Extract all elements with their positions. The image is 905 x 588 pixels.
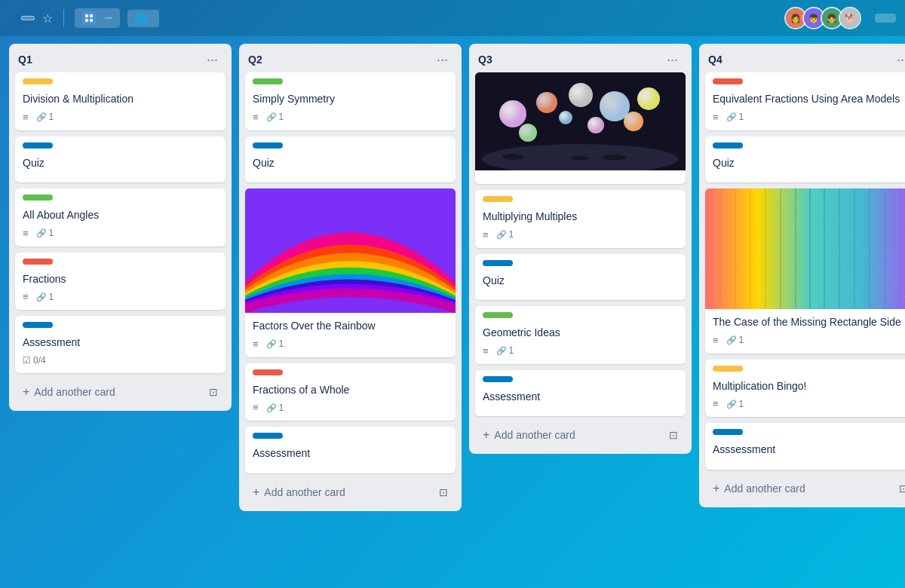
attachment-icon xyxy=(36,292,47,302)
card[interactable]: Quiz xyxy=(15,136,225,183)
attachment-icon xyxy=(496,229,507,240)
column-menu-button[interactable]: ··· xyxy=(892,51,905,68)
cards-container: Multiplying Multiples 1QuizGeometric Ide… xyxy=(469,72,692,422)
attachment-count: 1 xyxy=(266,112,284,122)
star-icon[interactable]: ☆ xyxy=(42,11,53,26)
card[interactable]: The Case of the Missing Rectangle Side 1 xyxy=(705,188,905,354)
card-meta: 1 xyxy=(713,335,905,346)
card-label xyxy=(23,322,53,328)
card[interactable]: All About Angles 1 xyxy=(15,188,225,247)
card[interactable]: Assessment xyxy=(245,427,456,473)
workspace-icon xyxy=(82,11,96,25)
archive-icon[interactable]: ⊡ xyxy=(209,386,218,398)
globe-icon: 🌐 xyxy=(135,13,147,24)
svg-point-16 xyxy=(502,154,523,160)
column-header: Q1··· xyxy=(9,44,232,72)
description-icon xyxy=(483,229,489,240)
card[interactable]: Geometric Ideas 1 xyxy=(475,306,686,364)
attachment-icon xyxy=(726,399,737,409)
card[interactable]: Quiz xyxy=(475,254,686,301)
card-title: Assessment xyxy=(253,446,448,461)
attachment-icon xyxy=(266,403,277,413)
attachment-count: 1 xyxy=(496,345,514,356)
add-card-label: Add another card xyxy=(724,482,805,495)
cards-container: Simply Symmetry 1Quiz Factors Over the R… xyxy=(239,72,462,479)
card-meta: 1 xyxy=(713,398,905,409)
card-title: Factors Over the Rainbow xyxy=(253,319,448,334)
card-body: Division & Multiplication 1 xyxy=(15,72,225,130)
card[interactable]: Multiplying Multiples 1 xyxy=(475,190,686,248)
column-q2: Q2···Simply Symmetry 1Quiz Factors Over … xyxy=(239,44,462,511)
attachment-icon xyxy=(266,338,277,349)
card[interactable]: Fractions 1 xyxy=(15,253,225,311)
card[interactable]: Equivalent Fractions Using Area Models 1 xyxy=(705,72,905,130)
board: Q1···Division & Multiplication 1QuizAll … xyxy=(0,36,905,588)
attachment-icon xyxy=(266,112,277,122)
card-image-corridor xyxy=(705,188,905,309)
column-header: Q2··· xyxy=(239,44,462,72)
add-card-label: Add another card xyxy=(34,386,115,398)
add-card-button[interactable]: +Add another card⊡ xyxy=(475,422,686,448)
card-body: The Case of the Missing Rectangle Side 1 xyxy=(705,309,905,354)
description-icon xyxy=(483,345,489,357)
attachment-count: 1 xyxy=(266,403,284,413)
attachment-icon xyxy=(36,228,47,238)
add-card-button[interactable]: +Add another card⊡ xyxy=(15,379,225,405)
card-title: Geometric Ideas xyxy=(483,326,678,341)
add-card-label: Add another card xyxy=(494,429,575,441)
workspace-button[interactable] xyxy=(75,8,120,28)
column-menu-button[interactable]: ··· xyxy=(432,51,452,68)
add-card-button[interactable]: +Add another card⊡ xyxy=(245,479,456,505)
column-menu-button[interactable]: ··· xyxy=(662,51,683,68)
attachment-count: 1 xyxy=(36,228,54,238)
archive-icon[interactable]: ⊡ xyxy=(899,482,905,495)
visibility-button[interactable]: 🌐 xyxy=(127,10,159,27)
card[interactable]: Assessment 0/4 xyxy=(15,316,225,373)
attachment-count: 1 xyxy=(726,112,744,122)
card-body: Geometric Ideas 1 xyxy=(475,306,686,364)
card-meta: 1 xyxy=(713,112,905,123)
cards-container: Division & Multiplication 1QuizAll About… xyxy=(9,72,232,379)
header-divider xyxy=(63,9,64,27)
card-body: Fractions of a Whole 1 xyxy=(245,363,456,421)
attachment-icon xyxy=(726,112,737,122)
card[interactable]: Factors Over the Rainbow 1 xyxy=(245,188,456,357)
card-body xyxy=(475,170,686,184)
card[interactable] xyxy=(475,72,686,184)
card[interactable]: Multiplication Bingo! 1 xyxy=(705,360,905,418)
card[interactable]: Division & Multiplication 1 xyxy=(15,72,225,130)
card[interactable]: Fractions of a Whole 1 xyxy=(245,363,456,421)
card[interactable]: Assessment xyxy=(475,370,686,417)
attachment-count: 1 xyxy=(726,335,744,345)
archive-icon[interactable]: ⊡ xyxy=(439,486,448,498)
card-meta: 1 xyxy=(253,402,448,413)
add-card-button[interactable]: +Add another card⊡ xyxy=(705,476,905,501)
column-header: Q3··· xyxy=(469,44,692,72)
description-icon xyxy=(713,335,719,346)
description-icon xyxy=(713,398,719,409)
card[interactable]: Quiz xyxy=(705,136,905,183)
card-title: Quiz xyxy=(483,274,678,289)
plus-icon: + xyxy=(483,428,489,442)
card-body: Simply Symmetry 1 xyxy=(245,72,456,130)
svg-point-9 xyxy=(569,83,593,107)
card-body: Quiz xyxy=(475,254,686,301)
invite-button[interactable] xyxy=(875,14,896,23)
card[interactable]: Quiz xyxy=(245,136,456,183)
card-title: Quiz xyxy=(253,156,448,171)
card-meta: 1 xyxy=(23,291,218,302)
attachment-icon xyxy=(726,335,737,345)
card-image-rainbow xyxy=(245,188,456,313)
avatar[interactable]: 🐕 xyxy=(839,7,861,29)
column-title: Q1 xyxy=(18,54,32,66)
column-menu-button[interactable]: ··· xyxy=(202,51,222,68)
plus-icon: + xyxy=(253,485,259,499)
archive-icon[interactable]: ⊡ xyxy=(669,429,678,441)
plus-icon: + xyxy=(713,482,719,495)
card-label xyxy=(483,376,513,382)
card-title: Fractions of a Whole xyxy=(253,383,448,398)
template-badge xyxy=(21,16,35,20)
card[interactable]: Simply Symmetry 1 xyxy=(245,72,456,130)
attachment-count: 1 xyxy=(36,112,54,122)
card[interactable]: Asssessment xyxy=(705,423,905,470)
